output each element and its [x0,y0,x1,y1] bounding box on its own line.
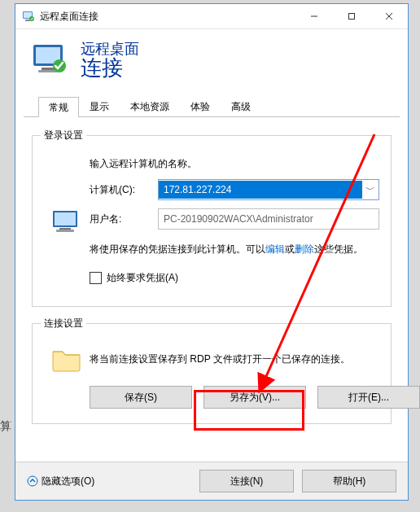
save-button[interactable]: 保存(S) [90,386,192,409]
header: 远程桌面 连接 [15,29,408,90]
conn-desc: 将当前连接设置保存到 RDP 文件或打开一个已保存的连接。 [90,352,379,366]
tab-display[interactable]: 显示 [79,96,120,116]
maximize-button[interactable] [333,4,370,28]
chevron-down-icon[interactable]: ﹀ [362,183,378,197]
svg-rect-16 [56,230,74,232]
connect-button[interactable]: 连接(N) [199,470,294,492]
folder-icon [50,345,83,373]
edit-credentials-link[interactable]: 编辑 [265,243,285,255]
login-settings-legend: 登录设置 [41,129,86,142]
background-partial-text: 算 [0,419,11,434]
delete-credentials-link[interactable]: 删除 [295,243,314,255]
login-prompt: 输入远程计算机的名称。 [90,157,379,171]
hide-options-toggle[interactable]: 隐藏选项(O) [27,475,94,488]
close-button[interactable] [370,4,408,28]
rdc-window: 远程桌面连接 远程桌面 连接 常规 显示 本地资源 [15,3,409,501]
username-field[interactable]: PC-20190902WACX\Administrator [158,208,379,230]
connection-settings-group: 连接设置 将当前连接设置保存到 RDP 文件或打开一个已保存的连接。 保存(S) [32,323,392,424]
svg-rect-2 [25,20,30,21]
svg-rect-5 [349,14,355,20]
header-line2: 连接 [81,57,139,79]
credentials-note: 将使用保存的凭据连接到此计算机。可以编辑或删除这些凭据。 [90,243,379,256]
svg-rect-14 [55,212,76,225]
hide-options-label: 隐藏选项(O) [42,475,94,488]
minimize-button[interactable] [295,4,333,28]
connection-settings-legend: 连接设置 [41,317,86,330]
tab-strip: 常规 显示 本地资源 体验 高级 [24,95,400,117]
monitor-icon [30,40,69,79]
computer-combobox[interactable]: 172.81.227.224 ﹀ [158,179,379,200]
tab-advanced[interactable]: 高级 [221,96,261,116]
username-label: 用户名: [90,212,147,226]
open-button[interactable]: 打开(E)... [317,386,420,409]
titlebar: 远程桌面连接 [15,4,408,29]
always-ask-checkbox[interactable]: 始终要求凭据(A) [90,271,379,285]
chevron-up-circle-icon [27,475,38,487]
always-ask-label: 始终要求凭据(A) [107,271,178,285]
rdc-icon [22,10,35,23]
svg-rect-10 [42,68,55,70]
checkbox-box [90,272,102,284]
computer-label: 计算机(C): [90,183,147,197]
help-button[interactable]: 帮助(H) [302,470,396,492]
svg-point-17 [28,476,37,486]
svg-point-3 [29,16,34,21]
save-as-button[interactable]: 另存为(V)... [203,386,306,409]
username-value: PC-20190902WACX\Administrator [164,213,313,225]
tab-local-resources[interactable]: 本地资源 [120,96,180,116]
computer-icon [50,206,84,240]
footer: 隐藏选项(O) 连接(N) 帮助(H) [15,462,408,500]
tab-general[interactable]: 常规 [38,97,79,117]
login-settings-group: 登录设置 输入远程计算机的名称。 计算机(C): [32,135,392,307]
tab-experience[interactable]: 体验 [180,96,221,116]
window-title: 远程桌面连接 [40,10,295,24]
svg-rect-15 [59,228,71,230]
computer-value: 172.81.227.224 [159,181,362,199]
